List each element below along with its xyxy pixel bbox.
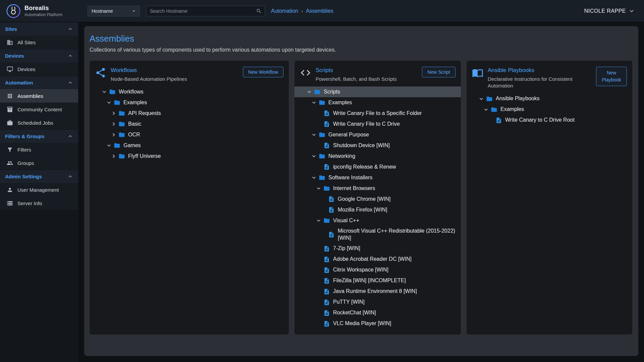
sidebar-item-label: Community Content <box>17 107 62 112</box>
user-menu[interactable]: NICOLE RAPPE <box>584 7 635 15</box>
chevron-right-icon[interactable] <box>110 153 118 160</box>
folder-icon <box>118 131 125 138</box>
tree-item-shutdown-device-win[interactable]: Shutdown Device [WIN] <box>294 140 461 151</box>
sidebar-section-automation[interactable]: Automation <box>0 76 78 89</box>
hostname-select[interactable]: Hostname <box>88 6 140 16</box>
folder-icon <box>114 99 120 106</box>
sidebar-item-label: Devices <box>17 66 35 72</box>
chevron-spacer <box>320 206 328 213</box>
chevron-down-icon[interactable] <box>106 99 114 106</box>
tree-item-label: Shutdown Device [WIN] <box>333 140 390 151</box>
file-icon <box>323 164 330 170</box>
chevron-down-icon[interactable] <box>315 217 323 224</box>
tree-item-java-runtime-environment-8-win[interactable]: Java Runtime Environment 8 [WIN] <box>294 286 461 297</box>
workflows-card-titles: Workflows Node-Based Automation Pipeline… <box>111 67 238 82</box>
chevron-right-icon[interactable] <box>110 121 118 127</box>
chevron-down-icon[interactable] <box>311 99 319 106</box>
community-content-icon <box>7 106 13 113</box>
sidebar-item-all-sites[interactable]: All Sites <box>0 36 78 49</box>
tree-item-examples[interactable]: Examples <box>467 104 632 115</box>
breadcrumb-assemblies[interactable]: Assemblies <box>306 8 333 14</box>
chevron-spacer <box>315 164 323 170</box>
tree-item-flyff-universe[interactable]: Flyff Universe <box>90 151 289 162</box>
new-playbook-button[interactable]: New Playbook <box>596 67 627 86</box>
sidebar-item-server-info[interactable]: Server Info <box>0 196 78 210</box>
tree-item-7-zip-win[interactable]: 7-Zip [WIN] <box>294 243 461 254</box>
sidebar-item-devices[interactable]: Devices <box>0 62 78 76</box>
tree-item-mozilla-firefox-win[interactable]: Mozilla Firefox [WIN] <box>294 204 461 215</box>
chevron-right-icon[interactable] <box>110 131 118 138</box>
tree-item-games[interactable]: Games <box>90 140 289 151</box>
tree-item-ocr[interactable]: OCR <box>90 129 289 140</box>
tree-item-citrix-workspace-win[interactable]: Citrix Workspace [WIN] <box>294 265 461 276</box>
tree-item-workflows[interactable]: Workflows <box>90 86 289 97</box>
tree-item-rocketchat-win[interactable]: RocketChat [WIN] <box>294 308 461 318</box>
chevron-down-icon[interactable] <box>306 88 314 95</box>
breadcrumb-separator: › <box>301 8 303 14</box>
sidebar-item-groups[interactable]: Groups <box>0 156 78 170</box>
new-script-button[interactable]: New Script <box>422 67 455 77</box>
sidebar-item-assemblies[interactable]: Assemblies <box>0 89 78 103</box>
tree-item-basic[interactable]: Basic <box>90 119 289 129</box>
cards-row: Workflows Node-Based Automation Pipeline… <box>90 61 633 335</box>
tree-item-examples[interactable]: Examples <box>90 97 289 108</box>
search-input[interactable] <box>146 6 265 16</box>
brand-name: Borealis <box>24 5 62 12</box>
breadcrumb-automation[interactable]: Automation <box>271 8 298 14</box>
tree-item-adobe-acrobat-reader-dc-win[interactable]: Adobe Acrobat Reader DC [WIN] <box>294 254 461 265</box>
tree-item-general-purpose[interactable]: General Purpose <box>294 129 461 140</box>
folder-icon <box>486 96 493 102</box>
tree-item-scripts[interactable]: Scripts <box>294 86 461 97</box>
tree-item-label: Workflows <box>119 87 144 97</box>
chevron-down-icon[interactable] <box>106 142 114 149</box>
sidebar-item-community-content[interactable]: Community Content <box>0 103 78 116</box>
sidebar-item-scheduled-jobs[interactable]: Scheduled Jobs <box>0 116 78 129</box>
chevron-down-icon[interactable] <box>101 88 109 95</box>
chevron-up-icon <box>67 173 73 180</box>
chevron-down-icon[interactable] <box>483 106 491 113</box>
tree-item-label: Visual C++ <box>333 216 359 226</box>
tree-item-label: ipconfig Release & Renew <box>333 162 396 172</box>
sidebar-section-admin-settings[interactable]: Admin Settings <box>0 170 78 183</box>
chevron-down-icon[interactable] <box>315 185 323 192</box>
chevron-right-icon[interactable] <box>110 110 118 117</box>
tree-item-internet-browsers[interactable]: Internet Browsers <box>294 183 461 194</box>
tree-item-write-canary-file-to-a-specific-folder[interactable]: Write Canary File to a Specific Folder <box>294 108 461 119</box>
sidebar-section-filters-groups[interactable]: Filters & Groups <box>0 129 78 143</box>
sidebar-item-user-management[interactable]: User Management <box>0 183 78 196</box>
sidebar-section-devices[interactable]: Devices <box>0 49 78 62</box>
sidebar-section-sites[interactable]: Sites <box>0 22 78 36</box>
scripts-tree: ScriptsExamplesWrite Canary File to a Sp… <box>294 85 461 335</box>
workflows-card-header: Workflows Node-Based Automation Pipeline… <box>90 61 289 85</box>
file-icon <box>323 245 330 252</box>
tree-item-api-requests[interactable]: API Requests <box>90 108 289 119</box>
chevron-down-icon[interactable] <box>311 131 319 138</box>
workflow-icon <box>95 67 106 78</box>
tree-item-networking[interactable]: Networking <box>294 151 461 162</box>
chevron-down-icon[interactable] <box>478 96 486 102</box>
folder-icon <box>323 185 330 192</box>
tree-item-vlc-media-player-win[interactable]: VLC Media Player [WIN] <box>294 318 461 329</box>
tree-item-label: Citrix Workspace [WIN] <box>333 265 388 275</box>
tree-item-ipconfig-release-renew[interactable]: ipconfig Release & Renew <box>294 162 461 172</box>
tree-item-examples[interactable]: Examples <box>294 97 461 108</box>
tree-item-write-canary-file-to-c-drive[interactable]: Write Canary File to C Drive <box>294 119 461 129</box>
sidebar-item-filters[interactable]: Filters <box>0 143 78 156</box>
tree-item-write-canary-to-c-drive-root[interactable]: Write Canary to C Drive Root <box>467 115 632 126</box>
search-box <box>146 6 265 16</box>
tree-item-filezilla-win-incomplete[interactable]: FileZilla [WIN] [INCOMPLETE] <box>294 276 461 286</box>
new-workflow-button[interactable]: New Workflow <box>243 67 283 77</box>
topbar: Borealis Automation Platform Hostname Au… <box>0 0 644 22</box>
tree-item-ansible-playbooks[interactable]: Ansible Playbooks <box>467 94 632 104</box>
chevron-down-icon[interactable] <box>311 153 319 160</box>
tree-item-software-installers[interactable]: Software Installers <box>294 172 461 183</box>
chevron-down-icon[interactable] <box>311 174 319 181</box>
tree-item-google-chrome-win[interactable]: Google Chrome [WIN] <box>294 194 461 204</box>
tree-item-putty-win[interactable]: PuTTY [WIN] <box>294 297 461 308</box>
tree-item-visual-c[interactable]: Visual C++ <box>294 215 461 226</box>
scripts-card-titles: Scripts Powershell, Batch, and Bash Scri… <box>316 67 418 82</box>
sidebar-item-label: Server Info <box>17 200 42 206</box>
file-icon <box>323 288 330 295</box>
tree-item-microsoft-visual-c-redistributable-2015-2022-win[interactable]: Microsoft Visual C++ Redistributable (20… <box>294 226 461 243</box>
sidebar-item-label: Filters <box>17 147 31 153</box>
